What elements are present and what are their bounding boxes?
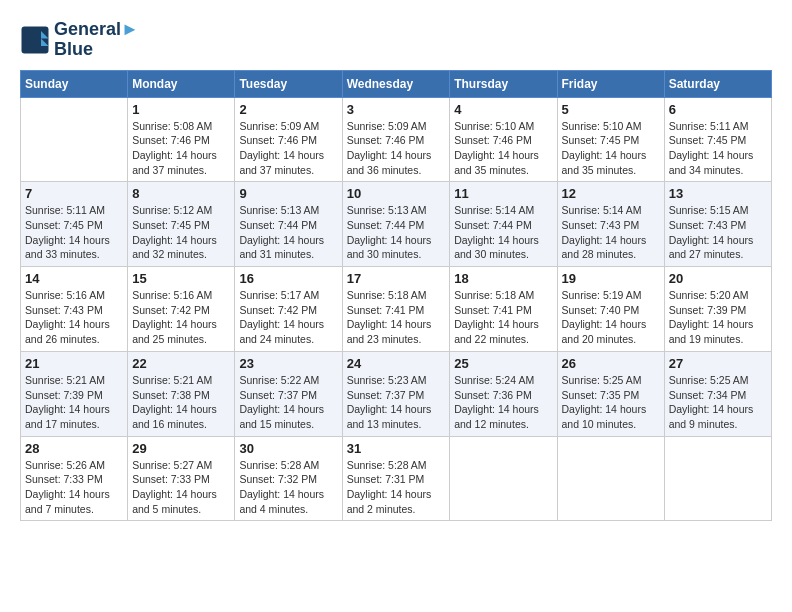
- day-number: 27: [669, 356, 767, 371]
- day-number: 11: [454, 186, 552, 201]
- logo-icon: [20, 25, 50, 55]
- header-thursday: Thursday: [450, 70, 557, 97]
- calendar-cell: 8Sunrise: 5:12 AM Sunset: 7:45 PM Daylig…: [128, 182, 235, 267]
- calendar-cell: 6Sunrise: 5:11 AM Sunset: 7:45 PM Daylig…: [664, 97, 771, 182]
- day-number: 6: [669, 102, 767, 117]
- day-info: Sunrise: 5:16 AM Sunset: 7:43 PM Dayligh…: [25, 288, 123, 347]
- day-number: 3: [347, 102, 446, 117]
- day-info: Sunrise: 5:08 AM Sunset: 7:46 PM Dayligh…: [132, 119, 230, 178]
- calendar-cell: 20Sunrise: 5:20 AM Sunset: 7:39 PM Dayli…: [664, 267, 771, 352]
- calendar-cell: [557, 436, 664, 521]
- calendar-cell: 25Sunrise: 5:24 AM Sunset: 7:36 PM Dayli…: [450, 351, 557, 436]
- day-info: Sunrise: 5:21 AM Sunset: 7:39 PM Dayligh…: [25, 373, 123, 432]
- day-info: Sunrise: 5:19 AM Sunset: 7:40 PM Dayligh…: [562, 288, 660, 347]
- calendar-week-row: 28Sunrise: 5:26 AM Sunset: 7:33 PM Dayli…: [21, 436, 772, 521]
- day-info: Sunrise: 5:11 AM Sunset: 7:45 PM Dayligh…: [669, 119, 767, 178]
- day-number: 20: [669, 271, 767, 286]
- day-number: 26: [562, 356, 660, 371]
- calendar-week-row: 7Sunrise: 5:11 AM Sunset: 7:45 PM Daylig…: [21, 182, 772, 267]
- calendar-cell: 7Sunrise: 5:11 AM Sunset: 7:45 PM Daylig…: [21, 182, 128, 267]
- calendar-cell: 16Sunrise: 5:17 AM Sunset: 7:42 PM Dayli…: [235, 267, 342, 352]
- calendar-cell: 18Sunrise: 5:18 AM Sunset: 7:41 PM Dayli…: [450, 267, 557, 352]
- header-monday: Monday: [128, 70, 235, 97]
- day-number: 7: [25, 186, 123, 201]
- calendar-cell: 13Sunrise: 5:15 AM Sunset: 7:43 PM Dayli…: [664, 182, 771, 267]
- page-header: General► Blue: [20, 20, 772, 60]
- day-info: Sunrise: 5:12 AM Sunset: 7:45 PM Dayligh…: [132, 203, 230, 262]
- header-sunday: Sunday: [21, 70, 128, 97]
- calendar-cell: [21, 97, 128, 182]
- day-info: Sunrise: 5:27 AM Sunset: 7:33 PM Dayligh…: [132, 458, 230, 517]
- calendar-cell: 3Sunrise: 5:09 AM Sunset: 7:46 PM Daylig…: [342, 97, 450, 182]
- calendar-cell: 22Sunrise: 5:21 AM Sunset: 7:38 PM Dayli…: [128, 351, 235, 436]
- day-info: Sunrise: 5:18 AM Sunset: 7:41 PM Dayligh…: [454, 288, 552, 347]
- day-info: Sunrise: 5:10 AM Sunset: 7:46 PM Dayligh…: [454, 119, 552, 178]
- calendar-cell: 14Sunrise: 5:16 AM Sunset: 7:43 PM Dayli…: [21, 267, 128, 352]
- day-info: Sunrise: 5:18 AM Sunset: 7:41 PM Dayligh…: [347, 288, 446, 347]
- day-number: 12: [562, 186, 660, 201]
- day-info: Sunrise: 5:13 AM Sunset: 7:44 PM Dayligh…: [239, 203, 337, 262]
- day-info: Sunrise: 5:20 AM Sunset: 7:39 PM Dayligh…: [669, 288, 767, 347]
- day-info: Sunrise: 5:16 AM Sunset: 7:42 PM Dayligh…: [132, 288, 230, 347]
- calendar-cell: 24Sunrise: 5:23 AM Sunset: 7:37 PM Dayli…: [342, 351, 450, 436]
- calendar-cell: 10Sunrise: 5:13 AM Sunset: 7:44 PM Dayli…: [342, 182, 450, 267]
- day-number: 24: [347, 356, 446, 371]
- calendar-cell: 21Sunrise: 5:21 AM Sunset: 7:39 PM Dayli…: [21, 351, 128, 436]
- calendar-cell: 31Sunrise: 5:28 AM Sunset: 7:31 PM Dayli…: [342, 436, 450, 521]
- day-number: 29: [132, 441, 230, 456]
- header-tuesday: Tuesday: [235, 70, 342, 97]
- logo: General► Blue: [20, 20, 139, 60]
- day-info: Sunrise: 5:28 AM Sunset: 7:31 PM Dayligh…: [347, 458, 446, 517]
- day-number: 31: [347, 441, 446, 456]
- calendar-table: SundayMondayTuesdayWednesdayThursdayFrid…: [20, 70, 772, 522]
- day-number: 1: [132, 102, 230, 117]
- day-info: Sunrise: 5:10 AM Sunset: 7:45 PM Dayligh…: [562, 119, 660, 178]
- svg-rect-0: [22, 26, 49, 53]
- day-number: 25: [454, 356, 552, 371]
- day-number: 4: [454, 102, 552, 117]
- calendar-cell: 5Sunrise: 5:10 AM Sunset: 7:45 PM Daylig…: [557, 97, 664, 182]
- calendar-cell: 9Sunrise: 5:13 AM Sunset: 7:44 PM Daylig…: [235, 182, 342, 267]
- day-info: Sunrise: 5:14 AM Sunset: 7:44 PM Dayligh…: [454, 203, 552, 262]
- calendar-week-row: 21Sunrise: 5:21 AM Sunset: 7:39 PM Dayli…: [21, 351, 772, 436]
- day-info: Sunrise: 5:25 AM Sunset: 7:35 PM Dayligh…: [562, 373, 660, 432]
- day-info: Sunrise: 5:09 AM Sunset: 7:46 PM Dayligh…: [239, 119, 337, 178]
- day-number: 9: [239, 186, 337, 201]
- day-info: Sunrise: 5:23 AM Sunset: 7:37 PM Dayligh…: [347, 373, 446, 432]
- day-number: 2: [239, 102, 337, 117]
- day-number: 5: [562, 102, 660, 117]
- day-number: 15: [132, 271, 230, 286]
- day-number: 19: [562, 271, 660, 286]
- day-info: Sunrise: 5:28 AM Sunset: 7:32 PM Dayligh…: [239, 458, 337, 517]
- calendar-cell: 29Sunrise: 5:27 AM Sunset: 7:33 PM Dayli…: [128, 436, 235, 521]
- day-number: 22: [132, 356, 230, 371]
- calendar-cell: 11Sunrise: 5:14 AM Sunset: 7:44 PM Dayli…: [450, 182, 557, 267]
- calendar-cell: 26Sunrise: 5:25 AM Sunset: 7:35 PM Dayli…: [557, 351, 664, 436]
- day-number: 14: [25, 271, 123, 286]
- day-info: Sunrise: 5:21 AM Sunset: 7:38 PM Dayligh…: [132, 373, 230, 432]
- day-info: Sunrise: 5:25 AM Sunset: 7:34 PM Dayligh…: [669, 373, 767, 432]
- calendar-header-row: SundayMondayTuesdayWednesdayThursdayFrid…: [21, 70, 772, 97]
- day-info: Sunrise: 5:11 AM Sunset: 7:45 PM Dayligh…: [25, 203, 123, 262]
- day-number: 13: [669, 186, 767, 201]
- day-info: Sunrise: 5:26 AM Sunset: 7:33 PM Dayligh…: [25, 458, 123, 517]
- logo-text: General► Blue: [54, 20, 139, 60]
- calendar-cell: [664, 436, 771, 521]
- calendar-cell: 28Sunrise: 5:26 AM Sunset: 7:33 PM Dayli…: [21, 436, 128, 521]
- calendar-week-row: 1Sunrise: 5:08 AM Sunset: 7:46 PM Daylig…: [21, 97, 772, 182]
- calendar-cell: 12Sunrise: 5:14 AM Sunset: 7:43 PM Dayli…: [557, 182, 664, 267]
- calendar-cell: [450, 436, 557, 521]
- day-number: 23: [239, 356, 337, 371]
- day-number: 30: [239, 441, 337, 456]
- calendar-cell: 17Sunrise: 5:18 AM Sunset: 7:41 PM Dayli…: [342, 267, 450, 352]
- day-info: Sunrise: 5:13 AM Sunset: 7:44 PM Dayligh…: [347, 203, 446, 262]
- calendar-week-row: 14Sunrise: 5:16 AM Sunset: 7:43 PM Dayli…: [21, 267, 772, 352]
- calendar-cell: 4Sunrise: 5:10 AM Sunset: 7:46 PM Daylig…: [450, 97, 557, 182]
- day-info: Sunrise: 5:14 AM Sunset: 7:43 PM Dayligh…: [562, 203, 660, 262]
- calendar-cell: 2Sunrise: 5:09 AM Sunset: 7:46 PM Daylig…: [235, 97, 342, 182]
- day-info: Sunrise: 5:22 AM Sunset: 7:37 PM Dayligh…: [239, 373, 337, 432]
- calendar-cell: 15Sunrise: 5:16 AM Sunset: 7:42 PM Dayli…: [128, 267, 235, 352]
- header-wednesday: Wednesday: [342, 70, 450, 97]
- day-info: Sunrise: 5:17 AM Sunset: 7:42 PM Dayligh…: [239, 288, 337, 347]
- calendar-cell: 30Sunrise: 5:28 AM Sunset: 7:32 PM Dayli…: [235, 436, 342, 521]
